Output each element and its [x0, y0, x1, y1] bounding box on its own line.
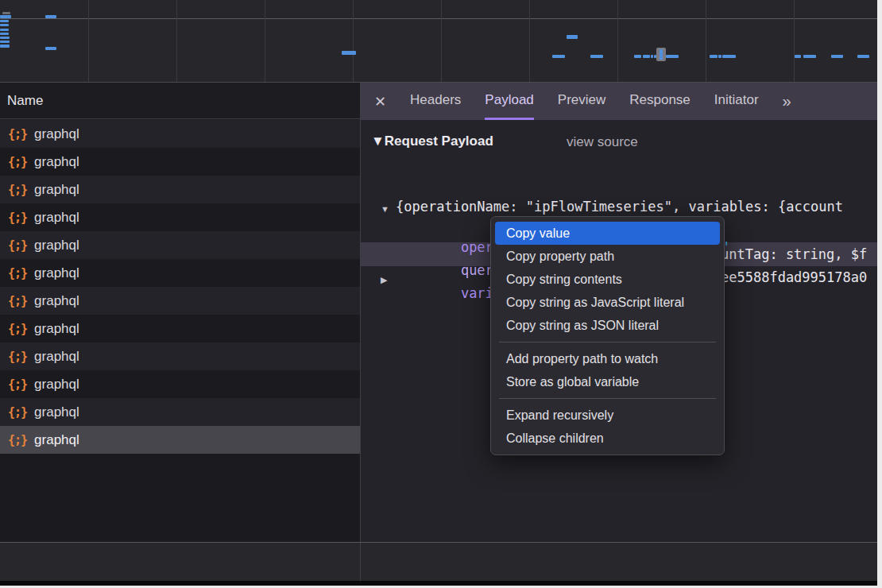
context-menu: Copy valueCopy property pathCopy string … [490, 216, 725, 455]
overview-request-bar [342, 51, 356, 55]
overview-gridline [794, 0, 795, 82]
json-request-icon: {;} [8, 350, 27, 364]
network-request-row[interactable]: {;}graphql [0, 259, 360, 287]
menu-separator [499, 398, 716, 399]
name-column-header[interactable]: Name [0, 83, 360, 119]
network-request-row[interactable]: {;}graphql [0, 398, 360, 426]
overview-gridline [706, 0, 706, 82]
json-request-icon: {;} [8, 377, 27, 392]
overview-request-bar [0, 41, 10, 43]
network-request-row[interactable]: {;}graphql [0, 315, 360, 342]
network-request-row[interactable]: {;}graphql [0, 231, 360, 259]
close-icon[interactable]: ✕ [374, 93, 386, 110]
overview-request-bar [45, 15, 56, 18]
menu-item-copy-string-contents[interactable]: Copy string contents [491, 268, 724, 291]
json-request-icon: {;} [8, 405, 27, 420]
overview-gridline [176, 0, 177, 82]
tabs-holder: HeadersPayloadPreviewResponseInitiator [410, 83, 758, 120]
network-request-row[interactable]: {;}graphql [0, 287, 360, 315]
menu-item-expand-recursively[interactable]: Expand recursively [491, 404, 724, 427]
request-list-panel: Name {;}graphql{;}graphql{;}graphql{;}gr… [0, 83, 361, 542]
tab-payload[interactable]: Payload [485, 83, 533, 120]
payload-preview-line[interactable]: {operationName: "ipFlowTimeseries", vari… [396, 199, 843, 215]
overview-request-bar [0, 33, 9, 35]
request-name-label: graphql [34, 404, 79, 420]
request-name-label: graphql [34, 321, 79, 337]
tab-headers[interactable]: Headers [410, 83, 461, 120]
json-request-icon: {;} [8, 183, 27, 197]
overview-gridline [353, 0, 354, 82]
request-name-label: graphql [34, 154, 79, 170]
json-request-icon: {;} [8, 238, 27, 253]
request-name-label: graphql [34, 265, 79, 281]
tree-expand-icon[interactable]: ▼ [381, 204, 389, 214]
overview-selected-marker-bar [660, 49, 663, 60]
json-request-icon: {;} [8, 211, 27, 225]
overview-request-bar [0, 29, 9, 31]
menu-item-copy-value[interactable]: Copy value [495, 222, 720, 245]
network-request-row[interactable]: {;}graphql [0, 120, 360, 148]
overview-request-bar [795, 55, 801, 58]
menu-separator [499, 342, 716, 342]
menu-item-copy-property-path[interactable]: Copy property path [491, 245, 724, 268]
network-overview-timeline[interactable] [0, 0, 882, 83]
request-name-label: graphql [34, 210, 79, 226]
json-request-icon: {;} [8, 127, 27, 141]
variables-expand-icon[interactable]: ▶ [381, 275, 387, 285]
json-request-icon: {;} [8, 433, 27, 447]
overview-request-bar [0, 24, 9, 26]
network-request-row[interactable]: {;}graphql [0, 148, 360, 176]
request-payload-section-header[interactable]: ▼Request Payload [371, 133, 493, 149]
overview-gridline [441, 0, 442, 82]
overview-request-bar [0, 44, 10, 48]
request-name-label: graphql [34, 182, 79, 198]
overview-gridline [88, 0, 89, 82]
overview-request-bar [552, 55, 565, 58]
network-request-row[interactable]: {;}graphql [0, 370, 360, 398]
request-rows: {;}graphql{;}graphql{;}graphql{;}graphql… [0, 120, 360, 454]
menu-item-collapse-children[interactable]: Collapse children [491, 427, 724, 450]
network-request-row[interactable]: {;}graphql [0, 203, 360, 231]
request-name-label: graphql [34, 293, 79, 309]
section-collapse-icon[interactable]: ▼ [371, 133, 385, 149]
overview-gridline [265, 0, 265, 82]
overview-request-bar [831, 55, 843, 58]
overview-request-bar [666, 55, 679, 58]
menu-item-store-as-global-variable[interactable]: Store as global variable [491, 370, 724, 393]
overview-request-bar [718, 55, 721, 58]
overview-request-bar [722, 55, 736, 58]
overview-request-bar [0, 15, 11, 18]
overview-request-bar [643, 55, 650, 58]
menu-item-add-property-path-to-watch[interactable]: Add property path to watch [491, 347, 724, 370]
overview-request-bar [0, 37, 10, 39]
variables-row-right-fragment: ee5588fdad995178a0 [721, 269, 867, 285]
tab-preview[interactable]: Preview [558, 83, 605, 120]
menu-item-copy-string-as-json-literal[interactable]: Copy string as JSON literal [491, 314, 724, 337]
footer-column-separator [360, 543, 361, 581]
overview-gridline [529, 0, 530, 82]
overview-gridline [617, 0, 618, 82]
overview-request-bar [710, 55, 718, 58]
tab-initiator[interactable]: Initiator [714, 83, 759, 120]
footer-summary-bar [0, 543, 882, 581]
tab-response[interactable]: Response [629, 83, 691, 120]
query-row-right-fragment: untTag: string, $f [721, 246, 867, 262]
more-tabs-icon[interactable]: » [783, 92, 790, 110]
request-name-label: graphql [34, 349, 79, 365]
overview-request-bar [803, 55, 816, 58]
view-source-link[interactable]: view source [567, 134, 638, 150]
network-request-row[interactable]: {;}graphql [0, 426, 360, 454]
menu-item-copy-string-as-javascript-literal[interactable]: Copy string as JavaScript literal [491, 291, 724, 314]
overview-request-bar [45, 47, 56, 50]
json-request-icon: {;} [8, 266, 27, 280]
network-request-row[interactable]: {;}graphql [0, 176, 360, 203]
overview-request-bar [634, 55, 641, 58]
overview-request-bar [590, 55, 603, 58]
json-request-icon: {;} [8, 322, 27, 336]
request-name-label: graphql [34, 432, 79, 448]
overview-request-bar [567, 35, 578, 39]
overview-request-bar [651, 55, 653, 58]
screenshot-matte-right [877, 0, 882, 588]
request-name-label: graphql [34, 377, 79, 393]
network-request-row[interactable]: {;}graphql [0, 342, 360, 370]
